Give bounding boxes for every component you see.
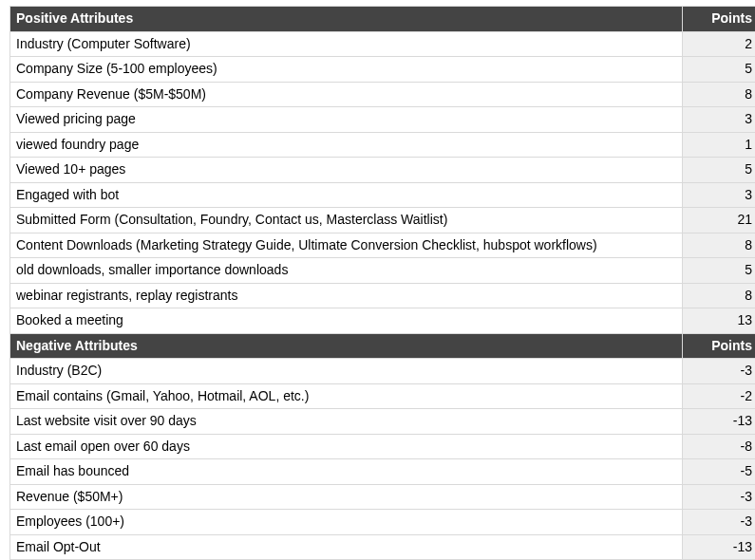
- points-cell: 3: [683, 107, 756, 133]
- attr-cell: webinar registrants, replay registrants: [10, 283, 683, 308]
- table-row: Revenue ($50M+) -3: [10, 484, 756, 510]
- points-cell: -3: [683, 510, 756, 535]
- table-row: Last email open over 60 days -8: [10, 434, 756, 459]
- points-cell: -13: [683, 409, 756, 435]
- attr-cell: Engaged with bot: [10, 182, 683, 208]
- table-row: Industry (B2C) -3: [10, 359, 756, 384]
- negative-header-row: Negative Attributes Points: [10, 333, 756, 359]
- attr-cell: Revenue ($50M+): [10, 484, 683, 510]
- table-row: Submitted Form (Consultation, Foundry, C…: [10, 208, 756, 233]
- points-cell: 13: [683, 308, 756, 334]
- attr-cell: Company Size (5-100 employees): [10, 57, 683, 83]
- attr-cell: Booked a meeting: [10, 308, 683, 334]
- attr-cell: Industry (Computer Software): [10, 31, 683, 57]
- points-cell: 8: [683, 82, 756, 107]
- points-cell: -2: [683, 383, 756, 409]
- points-cell: 1: [683, 132, 756, 158]
- points-cell: -3: [683, 359, 756, 384]
- points-cell: -3: [683, 484, 756, 510]
- points-cell: 5: [683, 258, 756, 284]
- attr-cell: Company Revenue ($5M-$50M): [10, 82, 683, 107]
- attr-cell: Employees (100+): [10, 510, 683, 535]
- attr-cell: Last website visit over 90 days: [10, 409, 683, 435]
- table-row: old downloads, smaller importance downlo…: [10, 258, 756, 284]
- points-cell: 5: [683, 57, 756, 83]
- table-row: Viewed 10+ pages 5: [10, 158, 756, 183]
- table-row: Engaged with bot 3: [10, 182, 756, 208]
- table-row: Company Size (5-100 employees) 5: [10, 57, 756, 83]
- points-cell: 8: [683, 233, 756, 258]
- attr-cell: Content Downloads (Marketing Strategy Gu…: [10, 233, 683, 258]
- table-row: webinar registrants, replay registrants …: [10, 283, 756, 308]
- positive-header-points: Points: [683, 7, 756, 32]
- table-row: Viewed pricing page 3: [10, 107, 756, 133]
- table-row: Booked a meeting 13: [10, 308, 756, 334]
- points-cell: -8: [683, 434, 756, 459]
- points-cell: -13: [683, 534, 756, 560]
- positive-header-row: Positive Attributes Points: [10, 7, 756, 32]
- points-cell: 21: [683, 208, 756, 233]
- table-row: Industry (Computer Software) 2: [10, 31, 756, 57]
- table-row: viewed foundry page 1: [10, 132, 756, 158]
- attr-cell: viewed foundry page: [10, 132, 683, 158]
- points-cell: 3: [683, 182, 756, 208]
- attr-cell: old downloads, smaller importance downlo…: [10, 258, 683, 284]
- positive-header-attr: Positive Attributes: [10, 7, 683, 32]
- table-row: Email contains (Gmail, Yahoo, Hotmail, A…: [10, 383, 756, 409]
- table-row: Company Revenue ($5M-$50M) 8: [10, 82, 756, 107]
- attr-cell: Submitted Form (Consultation, Foundry, C…: [10, 208, 683, 233]
- attr-cell: Email has bounced: [10, 459, 683, 485]
- attr-cell: Industry (B2C): [10, 359, 683, 384]
- points-cell: -5: [683, 459, 756, 485]
- table-row: Email has bounced -5: [10, 459, 756, 485]
- attr-cell: Last email open over 60 days: [10, 434, 683, 459]
- negative-header-points: Points: [683, 333, 756, 359]
- negative-header-attr: Negative Attributes: [10, 333, 683, 359]
- table-row: Content Downloads (Marketing Strategy Gu…: [10, 233, 756, 258]
- attr-cell: Email contains (Gmail, Yahoo, Hotmail, A…: [10, 383, 683, 409]
- attr-cell: Email Opt-Out: [10, 534, 683, 560]
- scoring-table: Positive Attributes Points Industry (Com…: [9, 6, 755, 560]
- attr-cell: Viewed pricing page: [10, 107, 683, 133]
- table-row: Last website visit over 90 days -13: [10, 409, 756, 435]
- table-row: Email Opt-Out -13: [10, 534, 756, 560]
- points-cell: 8: [683, 283, 756, 308]
- points-cell: 5: [683, 158, 756, 183]
- scoring-table-wrap: Positive Attributes Points Industry (Com…: [0, 0, 755, 560]
- attr-cell: Viewed 10+ pages: [10, 158, 683, 183]
- table-row: Employees (100+) -3: [10, 510, 756, 535]
- points-cell: 2: [683, 31, 756, 57]
